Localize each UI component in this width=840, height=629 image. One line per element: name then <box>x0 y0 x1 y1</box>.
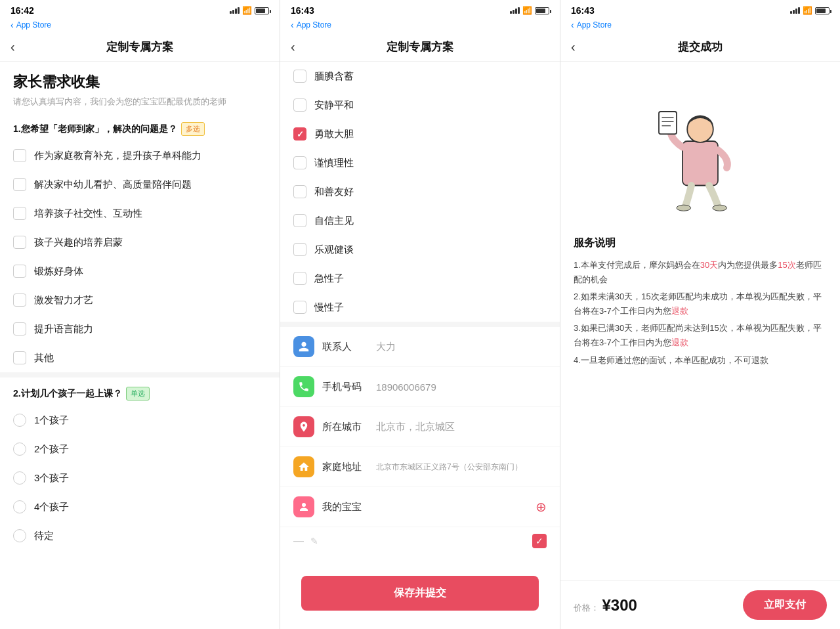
battery-2 <box>535 7 549 14</box>
radio-label-1: 1个孩子 <box>34 414 69 427</box>
submit-button[interactable]: 保存并提交 <box>301 576 539 611</box>
nav-back-3[interactable]: ‹ <box>571 39 576 54</box>
checkbox-option-8[interactable]: 其他 <box>0 343 280 372</box>
checkbox-7[interactable] <box>13 322 26 336</box>
phone-label: 手机号码 <box>322 381 368 393</box>
trait-8[interactable]: 急性子 <box>280 264 560 293</box>
radio-4[interactable] <box>13 500 26 513</box>
radio-option-5[interactable]: 待定 <box>0 521 280 550</box>
checkbox-1[interactable] <box>13 149 26 162</box>
checkbox-2[interactable] <box>13 178 26 191</box>
trait-7[interactable]: 乐观健谈 <box>280 235 560 264</box>
multi-tag: 多选 <box>181 122 205 136</box>
trait-label-7: 乐观健谈 <box>314 244 354 256</box>
content-3: 服务说明 1.本单支付完成后，摩尔妈妈会在30天内为您提供最多15次老师匹配的机… <box>560 62 840 580</box>
radio-option-1[interactable]: 1个孩子 <box>0 406 280 435</box>
trait-checkbox-5[interactable] <box>293 185 306 198</box>
city-label: 所在城市 <box>322 421 368 433</box>
nav-back-1[interactable]: ‹ <box>10 39 15 54</box>
trait-checkbox-3[interactable] <box>293 127 306 141</box>
bottom-bar: 价格： ¥300 立即支付 <box>560 580 840 629</box>
radio-2[interactable] <box>13 443 26 456</box>
form-row-address[interactable]: 家庭地址 北京市东城区正义路7号（公安部东南门） <box>280 447 560 487</box>
trait-label-5: 和善友好 <box>314 186 354 198</box>
trait-checkbox-7[interactable] <box>293 243 306 256</box>
success-illustration <box>641 81 759 213</box>
service-title: 服务说明 <box>574 236 827 250</box>
trait-label-4: 谨慎理性 <box>314 157 354 169</box>
page-subtitle-1: 请您认真填写内容，我们会为您的宝宝匹配最优质的老师 <box>13 96 266 108</box>
status-icons-2: 📶 <box>510 6 549 15</box>
panel-3: 16:43 📶 ‹ App Store ‹ 提交成功 <box>560 0 840 629</box>
checkbox-3[interactable] <box>13 207 26 220</box>
trait-3[interactable]: 勇敢大胆 <box>280 119 560 148</box>
checkbox-option-5[interactable]: 锻炼好身体 <box>0 257 280 286</box>
checkbox-option-2[interactable]: 解决家中幼儿看护、高质量陪伴问题 <box>0 170 280 199</box>
checkbox-option-7[interactable]: 提升语言能力 <box>0 314 280 343</box>
trait-checkbox-9[interactable] <box>293 301 306 314</box>
app-store-bar-1[interactable]: ‹ App Store <box>0 18 280 34</box>
checkbox-6[interactable] <box>13 293 26 307</box>
service-item-3: 3.如果已满30天，老师匹配尚未达到15次，本单视为匹配失败，平台将在3-7个工… <box>574 321 827 350</box>
confirm-check[interactable]: ✓ <box>532 534 547 548</box>
trait-checkbox-4[interactable] <box>293 156 306 169</box>
radio-option-2[interactable]: 2个孩子 <box>0 435 280 464</box>
price-container: 价格： ¥300 <box>574 596 637 615</box>
service-item-2: 2.如果未满30天，15次老师匹配均未成功，本单视为匹配失败，平台将在3-7个工… <box>574 290 827 318</box>
radio-label-3: 3个孩子 <box>34 472 69 485</box>
checkbox-option-6[interactable]: 激发智力才艺 <box>0 286 280 314</box>
success-image <box>560 62 840 226</box>
add-baby-button[interactable]: ⊕ <box>536 499 547 515</box>
checkbox-option-4[interactable]: 孩子兴趣的培养启蒙 <box>0 228 280 257</box>
trait-checkbox-2[interactable] <box>293 98 306 112</box>
trait-4[interactable]: 谨慎理性 <box>280 148 560 177</box>
radio-5[interactable] <box>13 529 26 542</box>
baby-icon <box>293 496 314 517</box>
trait-label-9: 慢性子 <box>314 301 344 314</box>
edit-icon[interactable]: ✎ <box>310 536 318 546</box>
trait-1[interactable]: 腼腆含蓄 <box>280 62 560 91</box>
trait-checkbox-6[interactable] <box>293 214 306 227</box>
radio-1[interactable] <box>13 414 26 427</box>
trait-9[interactable]: 慢性子 <box>280 293 560 322</box>
single-tag: 单选 <box>126 387 150 401</box>
app-store-bar-3[interactable]: ‹ App Store <box>560 18 840 34</box>
form-row-baby[interactable]: 我的宝宝 ⊕ <box>280 487 560 527</box>
trait-2[interactable]: 安静平和 <box>280 91 560 119</box>
battery-3 <box>815 7 830 14</box>
app-store-bar-2[interactable]: ‹ App Store <box>280 18 560 34</box>
checkbox-label-6: 激发智力才艺 <box>34 294 93 307</box>
signal-2 <box>510 7 520 14</box>
radio-option-3[interactable]: 3个孩子 <box>0 464 280 492</box>
form-row-contact[interactable]: 联系人 大力 <box>280 327 560 367</box>
checkbox-4[interactable] <box>13 236 26 249</box>
radio-label-4: 4个孩子 <box>34 501 69 513</box>
radio-option-4[interactable]: 4个孩子 <box>0 492 280 521</box>
checkbox-5[interactable] <box>13 265 26 278</box>
contact-icon <box>293 336 314 357</box>
svg-rect-3 <box>659 112 677 134</box>
nav-title-3: 提交成功 <box>678 39 723 54</box>
trait-6[interactable]: 自信主见 <box>280 206 560 235</box>
trait-checkbox-8[interactable] <box>293 272 306 285</box>
svg-rect-1 <box>682 141 718 186</box>
back-arrow-appstore-3: ‹ <box>571 20 574 30</box>
form-row-phone[interactable]: 手机号码 18906006679 <box>280 367 560 407</box>
form-row-city[interactable]: 所在城市 北京市，北京城区 <box>280 407 560 447</box>
trait-checkbox-1[interactable] <box>293 70 306 83</box>
checkbox-label-2: 解决家中幼儿看护、高质量陪伴问题 <box>34 179 192 191</box>
checkbox-option-1[interactable]: 作为家庭教育补充，提升孩子单科能力 <box>0 141 280 170</box>
signal-3 <box>790 7 800 14</box>
service-item-1: 1.本单支付完成后，摩尔妈妈会在30天内为您提供最多15次老师匹配的机会 <box>574 258 827 287</box>
address-icon <box>293 456 314 477</box>
pay-button[interactable]: 立即支付 <box>743 590 827 620</box>
trait-5[interactable]: 和善友好 <box>280 177 560 206</box>
contact-label: 联系人 <box>322 341 368 353</box>
checkbox-label-7: 提升语言能力 <box>34 323 93 336</box>
radio-3[interactable] <box>13 471 26 485</box>
checkbox-8[interactable] <box>13 351 26 364</box>
checkbox-label-5: 锻炼好身体 <box>34 265 83 278</box>
time-3: 16:43 <box>571 5 595 16</box>
nav-back-2[interactable]: ‹ <box>291 39 295 54</box>
checkbox-option-3[interactable]: 培养孩子社交性、互动性 <box>0 199 280 228</box>
